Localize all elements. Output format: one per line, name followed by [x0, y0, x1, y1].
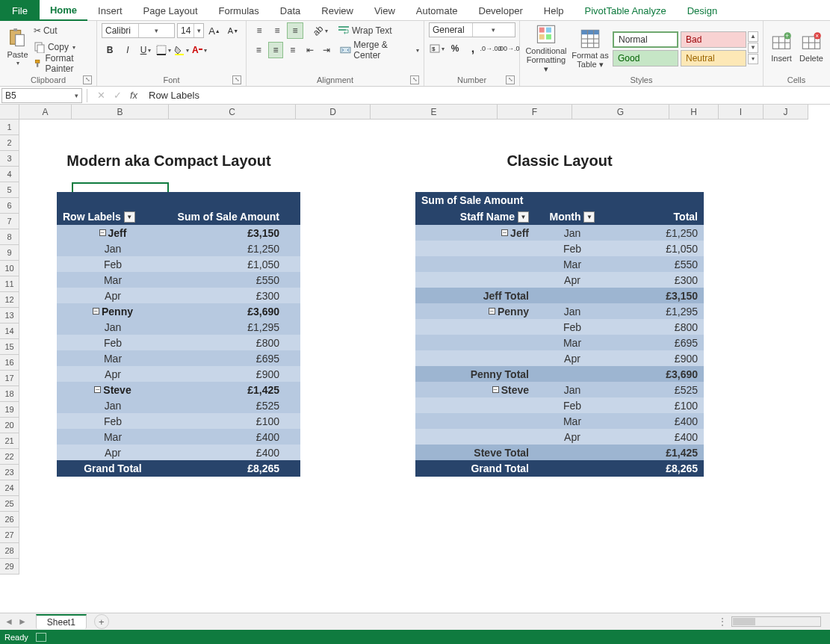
- row-header-11[interactable]: 11: [0, 276, 19, 292]
- gallery-down-icon[interactable]: ▼: [748, 43, 758, 53]
- row-header-26[interactable]: 26: [0, 512, 19, 527]
- enter-formula-icon[interactable]: ✓: [110, 90, 125, 101]
- rowlabels-filter-icon[interactable]: ▼: [124, 211, 135, 223]
- row-header-23[interactable]: 23: [0, 465, 19, 480]
- collapse-icon[interactable]: −: [492, 386, 499, 393]
- gallery-more-icon[interactable]: ▾: [748, 54, 758, 64]
- col-header-J[interactable]: J: [764, 105, 808, 120]
- row-header-18[interactable]: 18: [0, 386, 19, 402]
- number-format-combo[interactable]: General▾: [429, 22, 515, 37]
- formula-input[interactable]: Row Labels: [144, 87, 830, 104]
- col-header-D[interactable]: D: [296, 105, 371, 120]
- sheet-nav-next-icon[interactable]: ►: [18, 616, 27, 627]
- align-middle-icon[interactable]: ≡: [269, 22, 285, 39]
- row-header-29[interactable]: 29: [0, 559, 19, 575]
- group-Jeff[interactable]: −Jeff: [57, 227, 169, 239]
- align-top-icon[interactable]: ≡: [251, 22, 267, 39]
- row-header-13[interactable]: 13: [0, 308, 19, 323]
- style-neutral[interactable]: Neutral: [681, 50, 746, 66]
- macro-record-icon[interactable]: [36, 633, 46, 642]
- sheet-nav-prev-icon[interactable]: ◄: [4, 616, 13, 627]
- grid-body[interactable]: Modern aka Compact Layout Row Labels ▼Su…: [19, 120, 830, 622]
- increase-decimal-icon[interactable]: .0→.00: [483, 40, 499, 57]
- month-filter-icon[interactable]: ▼: [583, 211, 595, 223]
- tab-view[interactable]: View: [364, 0, 406, 21]
- percent-format-icon[interactable]: %: [447, 40, 463, 57]
- collapse-icon[interactable]: −: [501, 229, 508, 236]
- format-as-table-button[interactable]: Format asTable ▾: [571, 24, 610, 73]
- font-launcher[interactable]: ⤡: [232, 75, 241, 84]
- underline-button[interactable]: U▾: [137, 42, 154, 58]
- row-header-21[interactable]: 21: [0, 433, 19, 449]
- italic-button[interactable]: I: [120, 42, 136, 58]
- tab-automate[interactable]: Automate: [406, 0, 468, 21]
- col-header-C[interactable]: C: [169, 105, 296, 120]
- row-header-12[interactable]: 12: [0, 292, 19, 308]
- collapse-icon[interactable]: −: [489, 308, 495, 315]
- row-header-3[interactable]: 3: [0, 151, 19, 167]
- fx-icon[interactable]: fx: [126, 90, 141, 101]
- row-header-9[interactable]: 9: [0, 245, 19, 261]
- tab-insert[interactable]: Insert: [87, 0, 133, 21]
- collapse-icon[interactable]: −: [93, 308, 99, 315]
- col-header-G[interactable]: G: [572, 105, 669, 120]
- row-labels-header[interactable]: Row Labels ▼: [57, 211, 169, 223]
- decrease-indent-icon[interactable]: ⇤: [302, 42, 318, 58]
- style-normal[interactable]: Normal: [613, 31, 678, 48]
- staff-header[interactable]: Staff Name ▼: [415, 211, 535, 223]
- increase-indent-icon[interactable]: ⇥: [319, 42, 335, 58]
- row-header-20[interactable]: 20: [0, 418, 19, 433]
- align-right-icon[interactable]: ≡: [285, 42, 300, 58]
- tab-help[interactable]: Help: [533, 0, 575, 21]
- tab-developer[interactable]: Developer: [468, 0, 533, 21]
- cancel-formula-icon[interactable]: ✕: [93, 90, 108, 101]
- tab-review[interactable]: Review: [311, 0, 364, 21]
- group-Penny[interactable]: −Penny: [57, 306, 169, 318]
- row-header-24[interactable]: 24: [0, 480, 19, 496]
- align-center-icon[interactable]: ≡: [268, 42, 284, 58]
- row-header-1[interactable]: 1: [0, 120, 19, 135]
- row-header-27[interactable]: 27: [0, 527, 19, 543]
- col-header-F[interactable]: F: [498, 105, 572, 120]
- bold-button[interactable]: B: [102, 42, 118, 58]
- font-size-combo[interactable]: 14▾: [177, 23, 204, 38]
- add-sheet-button[interactable]: +: [94, 614, 109, 629]
- increase-font-icon[interactable]: A▲: [206, 22, 223, 39]
- row-header-7[interactable]: 7: [0, 214, 19, 229]
- style-good[interactable]: Good: [613, 50, 678, 66]
- wrap-text-button[interactable]: Wrap Text: [338, 22, 392, 39]
- group-Penny[interactable]: −Penny: [415, 306, 535, 318]
- decrease-decimal-icon[interactable]: .00→.0: [501, 40, 517, 57]
- delete-cells-button[interactable]: × Delete: [798, 22, 825, 72]
- clipboard-launcher[interactable]: ⤡: [83, 75, 92, 84]
- collapse-icon[interactable]: −: [94, 386, 101, 393]
- column-headers[interactable]: ABCDEFGHIJ: [19, 105, 808, 120]
- insert-cells-button[interactable]: + Insert: [768, 22, 795, 72]
- row-header-8[interactable]: 8: [0, 229, 19, 245]
- tab-home[interactable]: Home: [40, 0, 87, 21]
- align-bottom-icon[interactable]: ≡: [287, 22, 303, 39]
- format-painter-button[interactable]: Format Painter: [34, 55, 92, 72]
- group-Jeff[interactable]: −Jeff: [415, 227, 535, 239]
- font-name-combo[interactable]: Calibri▾: [102, 23, 175, 38]
- alignment-launcher[interactable]: ⤡: [410, 75, 419, 84]
- col-header-I[interactable]: I: [719, 105, 764, 120]
- row-header-14[interactable]: 14: [0, 323, 19, 339]
- row-header-17[interactable]: 17: [0, 371, 19, 386]
- col-header-E[interactable]: E: [371, 105, 498, 120]
- comma-format-icon[interactable]: ,: [465, 40, 481, 57]
- month-header[interactable]: Month ▼: [535, 211, 610, 223]
- row-header-25[interactable]: 25: [0, 496, 19, 512]
- row-headers[interactable]: 1234567891011121314151617181920212223242…: [0, 120, 19, 622]
- font-color-button[interactable]: A▾: [191, 42, 208, 58]
- staff-filter-icon[interactable]: ▼: [518, 211, 529, 223]
- cell-styles-gallery[interactable]: Normal Bad Good Neutral: [613, 31, 746, 66]
- merge-center-button[interactable]: Merge & Center▾: [340, 42, 419, 58]
- cut-button[interactable]: ✂Cut: [34, 22, 92, 39]
- row-header-16[interactable]: 16: [0, 355, 19, 371]
- sheet-tab-sheet1[interactable]: Sheet1: [36, 614, 87, 629]
- accounting-format-icon[interactable]: $▾: [429, 40, 445, 57]
- select-all-corner[interactable]: [0, 105, 19, 120]
- row-header-15[interactable]: 15: [0, 339, 19, 355]
- align-left-icon[interactable]: ≡: [251, 42, 267, 58]
